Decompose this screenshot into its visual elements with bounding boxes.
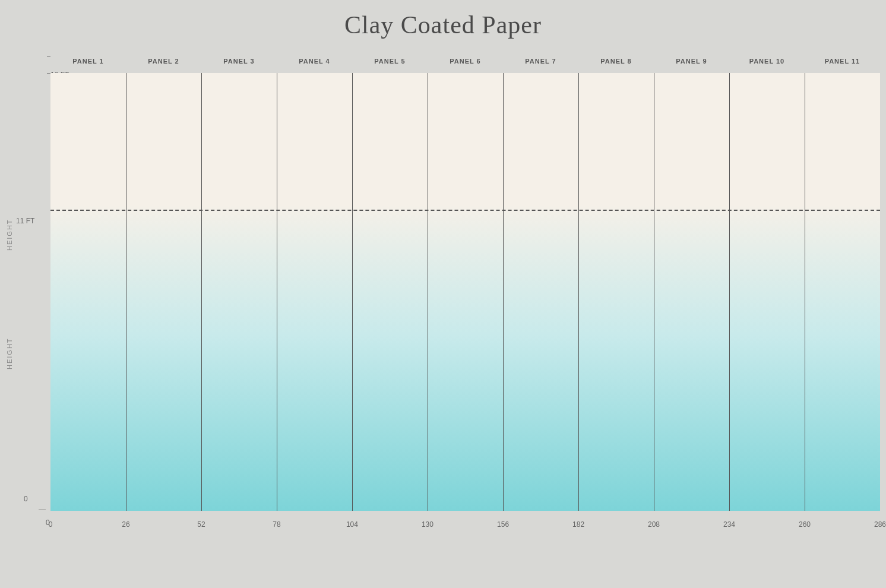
x-label-104: 104 [346, 520, 358, 529]
panel-divider [201, 73, 202, 511]
panel-divider [352, 73, 353, 511]
x-label-182: 182 [572, 520, 584, 529]
panel-divider [503, 73, 504, 511]
x-label-78: 78 [273, 520, 280, 529]
panel-divider [277, 73, 277, 511]
panel-label-panel-9: PANEL 9 [676, 58, 707, 65]
panels-wrapper [50, 73, 880, 511]
dashed-line-11ft [50, 210, 880, 211]
x-label-234: 234 [723, 520, 735, 529]
panel-label-panel-7: PANEL 7 [525, 58, 556, 65]
x-zero-label: 0 [46, 519, 50, 527]
panel-labels: PANEL 1PANEL 2PANEL 3PANEL 4PANEL 5PANEL… [50, 56, 880, 73]
panel-label-panel-2: PANEL 2 [148, 58, 179, 65]
panel-label-panel-5: PANEL 5 [374, 58, 405, 65]
x-axis: 0265278104130156182208234260286 [50, 511, 880, 532]
panel-divider [805, 73, 805, 511]
y-label-zero: 0 [24, 495, 28, 503]
height-label-upper: HEIGHT [6, 199, 13, 270]
panel-divider [578, 73, 579, 511]
x-label-26: 26 [122, 520, 129, 529]
x-label-286: 286 [874, 520, 886, 529]
panel-divider [654, 73, 654, 511]
chart-title: Clay Coated Paper [0, 11, 886, 39]
panel-divider [428, 73, 428, 511]
panel-divider [729, 73, 730, 511]
chart-container: Clay Coated Paper 16 FT 11 FT — 0 HEIGHT… [0, 0, 886, 588]
x-label-52: 52 [197, 520, 205, 529]
x-label-208: 208 [648, 520, 660, 529]
panel-divider [126, 73, 126, 511]
y-label-zero-dash: — [39, 505, 46, 514]
panel-label-panel-3: PANEL 3 [223, 58, 254, 65]
panel-label-panel-11: PANEL 11 [825, 58, 860, 65]
x-label-130: 130 [422, 520, 433, 529]
chart-area: 16 FT 11 FT — 0 HEIGHT HEIGHT PANEL 1PAN… [50, 56, 880, 532]
panel-label-panel-8: PANEL 8 [600, 58, 631, 65]
x-label-260: 260 [799, 520, 811, 529]
y-label-11ft: 11 FT [16, 217, 34, 225]
height-label-lower: HEIGHT [6, 318, 13, 389]
panel-label-panel-10: PANEL 10 [749, 58, 785, 65]
panels-background [50, 73, 880, 511]
panel-label-panel-4: PANEL 4 [299, 58, 330, 65]
panel-label-panel-1: PANEL 1 [72, 58, 103, 65]
panel-label-panel-6: PANEL 6 [450, 58, 480, 65]
x-label-156: 156 [497, 520, 509, 529]
